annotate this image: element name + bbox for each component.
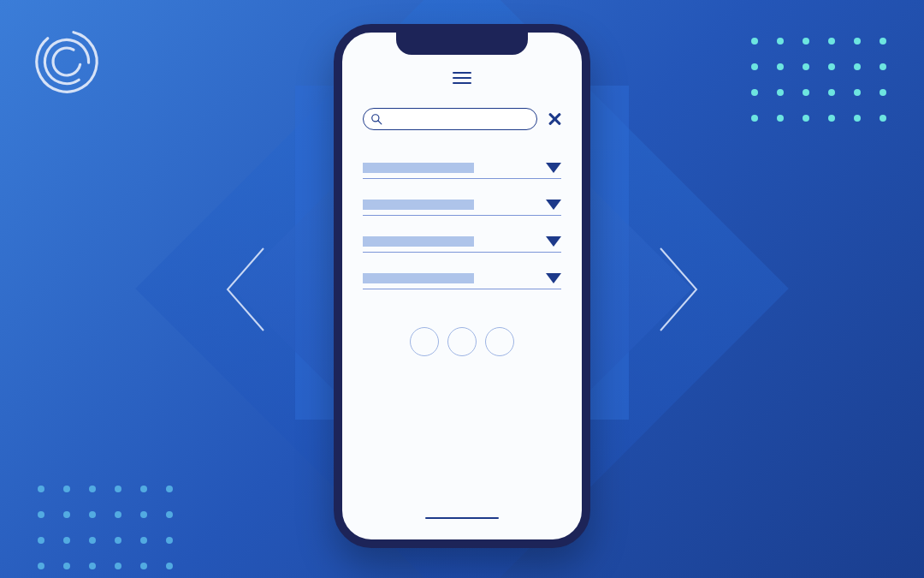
search-icon (370, 113, 382, 125)
chevron-down-icon (546, 273, 561, 283)
dropdown-label-placeholder (363, 273, 474, 283)
decorative-dot-grid-top-right (751, 38, 886, 122)
dropdown-row[interactable] (363, 236, 561, 253)
home-indicator (425, 517, 499, 519)
carousel-next-icon[interactable] (655, 245, 702, 334)
svg-point-0 (33, 27, 101, 96)
svg-line-4 (378, 121, 382, 124)
search-row (363, 108, 561, 130)
chevron-down-icon (546, 163, 561, 173)
phone-screen (342, 33, 582, 539)
chevron-down-icon (546, 200, 561, 210)
dropdown-label-placeholder (363, 200, 474, 210)
pagination-dot[interactable] (410, 327, 439, 356)
pagination-dots (410, 327, 514, 356)
dropdown-label-placeholder (363, 236, 474, 247)
dropdown-label-placeholder (363, 163, 474, 173)
close-icon[interactable] (548, 112, 561, 126)
dropdown-row[interactable] (363, 163, 561, 179)
svg-point-1 (38, 33, 95, 90)
search-input[interactable] (382, 109, 530, 129)
phone-mockup (334, 24, 590, 548)
dropdown-row[interactable] (363, 200, 561, 216)
dropdown-row[interactable] (363, 273, 561, 289)
pagination-dot[interactable] (485, 327, 514, 356)
dropdown-list (363, 163, 561, 289)
menu-icon[interactable] (453, 72, 471, 84)
chevron-down-icon (546, 236, 561, 247)
decorative-dot-grid-bottom-left (38, 486, 173, 569)
brand-logo-icon (33, 27, 101, 96)
carousel-prev-icon[interactable] (222, 245, 269, 334)
search-field[interactable] (363, 108, 537, 130)
svg-point-2 (47, 42, 86, 80)
pagination-dot[interactable] (447, 327, 477, 356)
